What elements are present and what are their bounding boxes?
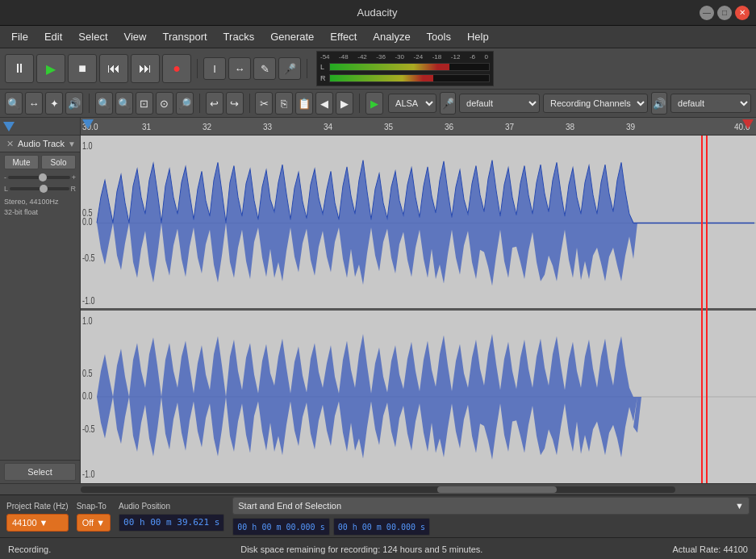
menu-effect[interactable]: Effect bbox=[322, 27, 365, 46]
play-green-button[interactable]: ▶ bbox=[365, 92, 383, 115]
scrollbar-thumb[interactable] bbox=[437, 486, 556, 493]
menu-generate[interactable]: Generate bbox=[262, 27, 322, 46]
menu-tracks[interactable]: Tracks bbox=[215, 27, 263, 46]
vu-tick: -36 bbox=[376, 53, 386, 60]
horizontal-scrollbar[interactable] bbox=[81, 486, 675, 493]
rate-dropdown-icon: ▼ bbox=[40, 518, 48, 528]
draw-tool-button[interactable]: ✎ bbox=[253, 57, 276, 80]
output-device-select[interactable]: default bbox=[670, 94, 751, 113]
project-rate-button[interactable]: 44100 ▼ bbox=[6, 514, 69, 532]
zoom-out2-button[interactable]: 🔍 bbox=[115, 92, 133, 115]
waveform-area[interactable]: 1.0 0.5 0.0 -0.5 -1.0 1.0 0.5 0.0 -0.5 -… bbox=[81, 136, 756, 483]
vu-tick: -54 bbox=[320, 53, 330, 60]
status-disk-space: Disk space remaining for recording: 124 … bbox=[240, 544, 482, 554]
menu-analyze[interactable]: Analyze bbox=[365, 27, 418, 46]
gain-slider[interactable] bbox=[8, 176, 70, 179]
multi-tool-button[interactable]: ✦ bbox=[45, 92, 63, 115]
menu-help[interactable]: Help bbox=[459, 27, 497, 46]
paste-button[interactable]: 📋 bbox=[295, 92, 313, 115]
fit-horiz-button[interactable]: ⊡ bbox=[136, 92, 153, 115]
trim-button[interactable]: ◀ bbox=[315, 92, 333, 115]
pan-thumb bbox=[40, 185, 48, 193]
timeline-row: 30.0 31 32 33 34 35 36 37 38 39 40.0 bbox=[0, 118, 756, 136]
app-window: Audacity — □ ✕ File Edit Select View Tra… bbox=[0, 0, 756, 559]
menu-bar: File Edit Select View Transport Tracks G… bbox=[0, 26, 756, 48]
track-bit-depth: 32-bit float bbox=[4, 207, 76, 218]
play-button[interactable]: ▶ bbox=[36, 54, 65, 83]
menu-view[interactable]: View bbox=[116, 27, 155, 46]
pan-left-label: L bbox=[4, 185, 8, 193]
skip-forward-button[interactable]: ⏭ bbox=[131, 54, 160, 83]
track-info: Stereo, 44100Hz 32-bit float bbox=[0, 194, 80, 219]
select-tool-button[interactable]: I bbox=[203, 57, 226, 80]
mute-button[interactable]: Mute bbox=[4, 155, 39, 169]
sep3 bbox=[89, 94, 90, 113]
record-button[interactable]: ● bbox=[162, 54, 191, 83]
zoom-in2-button[interactable]: 🔍 bbox=[95, 92, 113, 115]
menu-file[interactable]: File bbox=[3, 27, 36, 46]
solo-button[interactable]: Solo bbox=[41, 155, 76, 169]
selection-end-display[interactable]: 00 h 00 m 00.000 s bbox=[333, 518, 430, 536]
svg-text:-1.0: -1.0 bbox=[82, 294, 94, 306]
svg-text:1.0: 1.0 bbox=[82, 140, 92, 151]
silence-button[interactable]: ▶ bbox=[336, 92, 353, 115]
ruler-mark-37: 37 bbox=[505, 123, 515, 131]
menu-edit[interactable]: Edit bbox=[36, 27, 70, 46]
speaker-output-button[interactable]: 🔊 bbox=[651, 92, 667, 115]
minimize-button[interactable]: — bbox=[700, 6, 714, 20]
close-button[interactable]: ✕ bbox=[735, 6, 750, 20]
zoom-in-button[interactable]: 🔍 bbox=[5, 92, 23, 115]
snap-to-value: Off bbox=[82, 518, 94, 528]
cut-button[interactable]: ✂ bbox=[255, 92, 273, 115]
snap-to-button[interactable]: Off ▼ bbox=[77, 514, 111, 532]
vu-meter-section: -54 -48 -42 -36 -30 -24 -18 -12 -6 0 L bbox=[316, 51, 494, 86]
stop-button[interactable]: ■ bbox=[68, 54, 97, 83]
ruler-mark-32: 32 bbox=[203, 123, 212, 131]
vu-tick: -12 bbox=[451, 53, 461, 60]
zoom-custom-button[interactable]: 🔎 bbox=[176, 92, 194, 115]
project-rate-value: 44100 bbox=[12, 518, 37, 528]
snap-to-label: Snap-To bbox=[77, 502, 111, 511]
waveform-svg: 1.0 0.5 0.0 -0.5 -1.0 1.0 0.5 0.0 -0.5 -… bbox=[81, 136, 756, 483]
track-name: Audio Track bbox=[18, 139, 65, 148]
selection-end-time: 00 h 00 m 00.000 s bbox=[338, 523, 425, 532]
zoom-fit-button[interactable]: ↔ bbox=[25, 92, 43, 115]
track-dropdown-button[interactable]: ▼ bbox=[68, 140, 76, 148]
pan-slider[interactable] bbox=[10, 187, 69, 190]
vu-right: R bbox=[320, 73, 490, 84]
skip-back-button[interactable]: ⏮ bbox=[99, 54, 128, 83]
mic-button[interactable]: 🎤 bbox=[278, 57, 301, 80]
separator2 bbox=[307, 59, 307, 78]
speaker-icon[interactable]: 🔊 bbox=[65, 92, 83, 115]
window-controls: — □ ✕ bbox=[700, 6, 750, 20]
timeline-ruler[interactable]: 30.0 31 32 33 34 35 36 37 38 39 40.0 bbox=[81, 118, 756, 135]
audio-position-group: Audio Position 00 h 00 m 39.621 s bbox=[119, 502, 224, 532]
input-device-select[interactable]: default bbox=[459, 94, 540, 113]
envelope-tool-button[interactable]: ↔ bbox=[228, 57, 251, 80]
vu-left: L bbox=[320, 61, 490, 73]
menu-transport[interactable]: Transport bbox=[154, 27, 215, 46]
redo-button[interactable]: ↪ bbox=[226, 92, 244, 115]
undo-button[interactable]: ↩ bbox=[206, 92, 223, 115]
status-bar: Recording. Disk space remaining for reco… bbox=[0, 537, 756, 559]
gain-row: - + bbox=[0, 172, 80, 183]
channels-select[interactable]: Recording Channels bbox=[543, 94, 648, 113]
copy-button[interactable]: ⎘ bbox=[275, 92, 293, 115]
menu-select[interactable]: Select bbox=[70, 27, 115, 46]
status-recording: Recording. bbox=[8, 544, 51, 554]
mic-input-button[interactable]: 🎤 bbox=[440, 92, 456, 115]
pause-button[interactable]: ⏸ bbox=[5, 54, 34, 83]
selection-dropdown[interactable]: Start and End of Selection ▼ bbox=[232, 497, 750, 515]
selection-start-display[interactable]: 00 h 00 m 00.000 s bbox=[232, 518, 329, 536]
toolbar-section: ⏸ ▶ ■ ⏮ ⏭ ● I ↔ ✎ 🎤 -54 -48 -42 -36 -30 bbox=[0, 48, 756, 118]
track-close-button[interactable]: ✕ bbox=[4, 138, 15, 149]
driver-select[interactable]: ALSA bbox=[388, 94, 436, 113]
maximize-button[interactable]: □ bbox=[717, 6, 732, 20]
menu-tools[interactable]: Tools bbox=[419, 27, 459, 46]
timeline-stub bbox=[0, 118, 81, 135]
fit-vert-button[interactable]: ⊙ bbox=[156, 92, 173, 115]
select-button[interactable]: Select bbox=[4, 463, 76, 481]
project-rate-label: Project Rate (Hz) bbox=[6, 502, 69, 511]
selection-dropdown-icon: ▼ bbox=[735, 501, 744, 511]
audio-position-display[interactable]: 00 h 00 m 39.621 s bbox=[119, 514, 224, 532]
